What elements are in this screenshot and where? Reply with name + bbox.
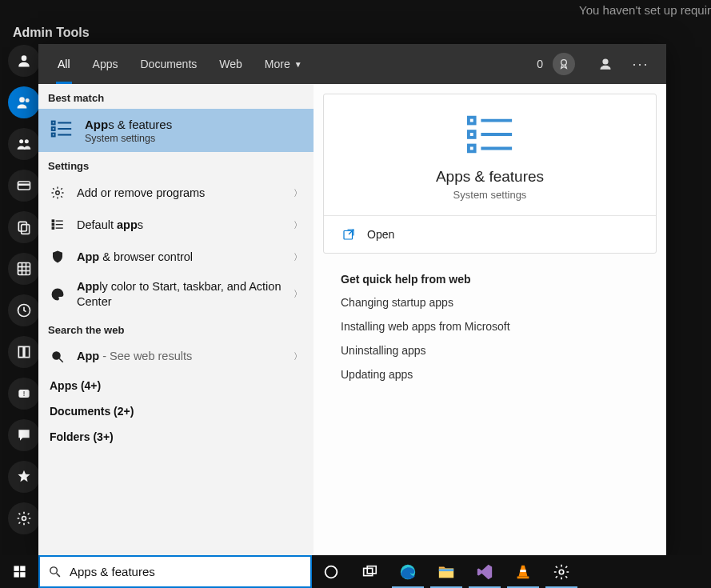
taskbar-edge[interactable] bbox=[389, 555, 427, 588]
apps-features-icon bbox=[50, 117, 74, 144]
detail-subtitle: System settings bbox=[453, 189, 527, 201]
svg-rect-47 bbox=[20, 566, 25, 570]
svg-point-33 bbox=[54, 293, 56, 294]
rewards-badge-icon[interactable] bbox=[553, 53, 575, 75]
search-detail-pane: Apps & features System settings Open Get… bbox=[314, 84, 666, 555]
group-folders[interactable]: Folders (3+) bbox=[38, 424, 314, 450]
setting-add-remove-programs[interactable]: Add or remove programs 〉 bbox=[38, 177, 314, 209]
open-icon bbox=[342, 227, 356, 242]
setting-apply-color[interactable]: Apply color to Start, taskbar, and Actio… bbox=[38, 273, 314, 316]
svg-rect-46 bbox=[14, 566, 18, 570]
svg-rect-8 bbox=[22, 225, 30, 234]
taskbar-search-box[interactable] bbox=[38, 555, 312, 588]
sidebar-gear-icon[interactable] bbox=[8, 502, 40, 534]
tab-more[interactable]: More▼ bbox=[255, 44, 312, 84]
group-apps[interactable]: Apps (4+) bbox=[38, 373, 314, 398]
tab-documents[interactable]: Documents bbox=[130, 44, 206, 84]
setting-default-apps[interactable]: Default apps 〉 bbox=[38, 209, 314, 241]
svg-rect-38 bbox=[468, 118, 474, 124]
svg-rect-39 bbox=[468, 131, 474, 138]
svg-point-60 bbox=[559, 570, 564, 574]
detail-title: Apps & features bbox=[436, 168, 544, 186]
detail-open-action[interactable]: Open bbox=[324, 216, 656, 253]
account-icon[interactable] bbox=[593, 51, 618, 77]
sidebar-chat-icon[interactable] bbox=[8, 419, 40, 451]
more-options-icon[interactable]: ··· bbox=[628, 51, 653, 77]
svg-rect-48 bbox=[14, 572, 18, 577]
sidebar-copy-icon[interactable] bbox=[8, 211, 40, 243]
chevron-right-icon: 〉 bbox=[294, 350, 302, 362]
tab-all[interactable]: All bbox=[48, 44, 80, 84]
sidebar-star-icon[interactable] bbox=[8, 461, 40, 493]
tab-web[interactable]: Web bbox=[210, 44, 252, 84]
taskbar-explorer[interactable] bbox=[427, 555, 465, 588]
sidebar-book-icon[interactable] bbox=[8, 336, 40, 368]
svg-rect-27 bbox=[52, 220, 54, 222]
apps-features-large-icon bbox=[465, 112, 515, 157]
help-link-webapps[interactable]: Installing web apps from Microsoft bbox=[323, 314, 657, 338]
search-tab-bar: All Apps Documents Web More▼ 0 ··· bbox=[38, 44, 666, 84]
sidebar-alert-icon[interactable]: ! bbox=[8, 378, 40, 410]
sidebar-clock-icon[interactable] bbox=[8, 294, 40, 326]
tab-apps[interactable]: Apps bbox=[83, 44, 128, 84]
gear-icon bbox=[50, 186, 66, 200]
best-match-subtitle: System settings bbox=[85, 133, 172, 144]
svg-point-2 bbox=[26, 98, 30, 102]
search-icon bbox=[48, 565, 62, 578]
taskbar-vlc[interactable] bbox=[504, 555, 542, 588]
sidebar-person-icon[interactable] bbox=[8, 45, 40, 77]
svg-text:!: ! bbox=[23, 390, 26, 398]
sidebar-team-icon[interactable] bbox=[8, 128, 40, 160]
chevron-right-icon: 〉 bbox=[294, 251, 302, 263]
rewards-count: 0 bbox=[537, 58, 543, 70]
svg-rect-53 bbox=[364, 568, 373, 575]
svg-rect-21 bbox=[52, 127, 55, 130]
svg-rect-40 bbox=[468, 146, 474, 152]
svg-point-50 bbox=[50, 567, 58, 574]
background-app-title: Admin Tools bbox=[13, 26, 90, 40]
svg-rect-6 bbox=[18, 184, 30, 186]
svg-point-36 bbox=[53, 352, 60, 359]
svg-rect-54 bbox=[367, 566, 376, 573]
svg-rect-58 bbox=[520, 570, 525, 572]
shield-icon bbox=[50, 250, 66, 264]
help-link-updating[interactable]: Updating apps bbox=[323, 362, 657, 386]
web-result-app[interactable]: App - See web results 〉 bbox=[38, 341, 314, 373]
taskbar bbox=[0, 555, 711, 588]
sidebar-people-icon[interactable] bbox=[8, 86, 40, 118]
detail-card: Apps & features System settings Open bbox=[323, 94, 657, 254]
sidebar-billing-icon[interactable] bbox=[8, 170, 40, 202]
chevron-right-icon: 〉 bbox=[294, 187, 302, 199]
cortana-button[interactable] bbox=[312, 555, 350, 588]
svg-point-4 bbox=[25, 139, 29, 143]
svg-rect-57 bbox=[439, 569, 453, 571]
group-documents[interactable]: Documents (2+) bbox=[38, 398, 314, 424]
task-view-button[interactable] bbox=[350, 555, 389, 588]
svg-point-0 bbox=[22, 55, 27, 61]
section-best-match: Best match bbox=[38, 84, 314, 109]
svg-point-18 bbox=[561, 60, 567, 66]
chevron-right-icon: 〉 bbox=[294, 288, 302, 300]
svg-rect-59 bbox=[517, 576, 529, 578]
taskbar-settings[interactable] bbox=[542, 555, 581, 588]
setting-app-browser-control[interactable]: App & browser control 〉 bbox=[38, 241, 314, 273]
svg-rect-49 bbox=[20, 572, 25, 577]
sidebar-grid-icon[interactable] bbox=[8, 253, 40, 285]
help-link-uninstall[interactable]: Uninstalling apps bbox=[323, 338, 657, 362]
svg-point-35 bbox=[59, 293, 61, 294]
taskbar-search-input[interactable] bbox=[70, 565, 302, 578]
taskbar-visual-studio[interactable] bbox=[465, 555, 504, 588]
chevron-right-icon: 〉 bbox=[294, 219, 302, 231]
svg-line-51 bbox=[57, 574, 60, 577]
svg-point-19 bbox=[603, 59, 608, 64]
best-match-title: Apps & features bbox=[85, 118, 172, 131]
help-link-startup[interactable]: Changing startup apps bbox=[323, 290, 657, 314]
svg-rect-22 bbox=[52, 134, 55, 137]
svg-point-52 bbox=[326, 566, 338, 578]
background-notice: You haven't set up requir bbox=[579, 3, 711, 17]
start-button[interactable] bbox=[0, 555, 38, 588]
best-match-item[interactable]: Apps & features System settings bbox=[38, 109, 314, 152]
svg-rect-29 bbox=[52, 227, 54, 229]
left-app-sidebar: ! bbox=[8, 45, 40, 534]
start-search-panel: All Apps Documents Web More▼ 0 ··· Best … bbox=[38, 44, 666, 555]
